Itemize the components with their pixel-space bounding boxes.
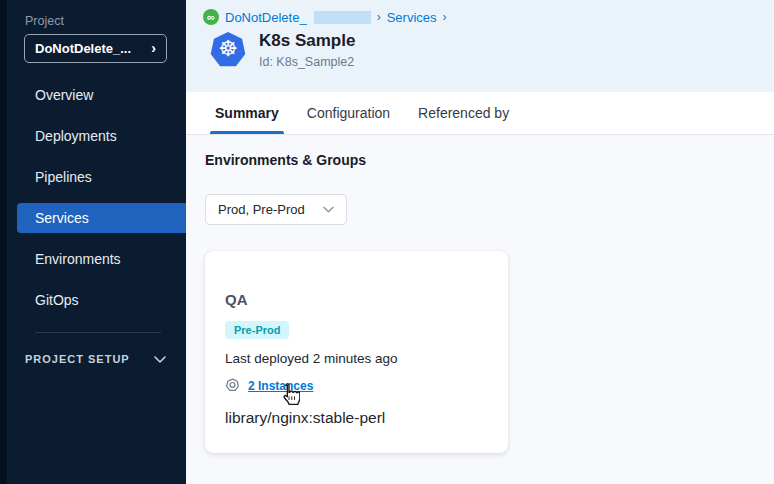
breadcrumb-separator: › bbox=[443, 10, 447, 24]
last-deployed-text: Last deployed 2 minutes ago bbox=[225, 351, 488, 366]
environment-filter-dropdown[interactable]: Prod, Pre-Prod bbox=[205, 194, 347, 225]
environment-name: QA bbox=[225, 291, 488, 308]
instances-icon bbox=[225, 378, 240, 393]
sidebar-item-deployments[interactable]: Deployments bbox=[17, 121, 186, 151]
tab-configuration[interactable]: Configuration bbox=[302, 92, 395, 134]
text-selection-highlight bbox=[314, 11, 371, 24]
service-id: Id: K8s_Sample2 bbox=[259, 55, 355, 69]
kubernetes-wheel-glyph: ☸ bbox=[218, 38, 238, 60]
summary-content: Environments & Groups Prod, Pre-Prod QA … bbox=[186, 135, 774, 484]
instances-row: 2 Instances bbox=[225, 378, 488, 393]
tab-bar: Summary Configuration Referenced by bbox=[186, 92, 774, 135]
sidebar: Project DoNotDelete_... › Overview Deplo… bbox=[7, 0, 186, 484]
page-title: K8s Sample bbox=[259, 31, 355, 51]
project-selector-value: DoNotDelete_... bbox=[35, 41, 131, 56]
breadcrumb-services-link[interactable]: Services bbox=[387, 10, 437, 25]
sidebar-item-gitops[interactable]: GitOps bbox=[17, 285, 186, 315]
main-panel: ∞ DoNotDelete_ › Services › ☸ K8s Sample… bbox=[186, 0, 774, 484]
sidebar-item-services[interactable]: Services bbox=[17, 203, 186, 233]
environment-card: QA Pre-Prod Last deployed 2 minutes ago … bbox=[205, 251, 508, 453]
env-type-badge: Pre-Prod bbox=[225, 321, 289, 339]
tab-referenced-by[interactable]: Referenced by bbox=[413, 92, 514, 134]
chevron-down-icon bbox=[323, 206, 334, 213]
project-selector[interactable]: DoNotDelete_... › bbox=[24, 34, 167, 63]
project-setup-label: PROJECT SETUP bbox=[25, 353, 130, 365]
environment-filter-value: Prod, Pre-Prod bbox=[218, 202, 305, 217]
header-band: ∞ DoNotDelete_ › Services › ☸ K8s Sample… bbox=[186, 0, 774, 92]
chevron-right-icon: › bbox=[151, 41, 156, 55]
breadcrumb-separator: › bbox=[377, 10, 381, 24]
project-setup-toggle[interactable]: PROJECT SETUP bbox=[25, 347, 166, 371]
app-window: Project DoNotDelete_... › Overview Deplo… bbox=[0, 0, 774, 484]
sidebar-item-pipelines[interactable]: Pipelines bbox=[17, 162, 186, 192]
section-title: Environments & Groups bbox=[205, 152, 774, 168]
kubernetes-icon: ☸ bbox=[210, 32, 246, 68]
sidebar-divider bbox=[35, 332, 161, 333]
sidebar-nav: Overview Deployments Pipelines Services … bbox=[7, 80, 186, 315]
harness-deployments-icon: ∞ bbox=[203, 9, 219, 25]
breadcrumb-project-link[interactable]: DoNotDelete_ bbox=[225, 10, 307, 25]
project-label: Project bbox=[25, 14, 186, 28]
chevron-down-icon bbox=[154, 356, 166, 363]
instances-link[interactable]: 2 Instances bbox=[248, 379, 313, 393]
breadcrumb: ∞ DoNotDelete_ › Services › bbox=[203, 8, 774, 26]
service-header: ☸ K8s Sample Id: K8s_Sample2 bbox=[210, 31, 774, 69]
tab-summary[interactable]: Summary bbox=[210, 92, 284, 134]
sidebar-item-environments[interactable]: Environments bbox=[17, 244, 186, 274]
sidebar-item-overview[interactable]: Overview bbox=[17, 80, 186, 110]
artifact-name: library/nginx:stable-perl bbox=[225, 409, 488, 427]
left-rail bbox=[0, 0, 7, 484]
